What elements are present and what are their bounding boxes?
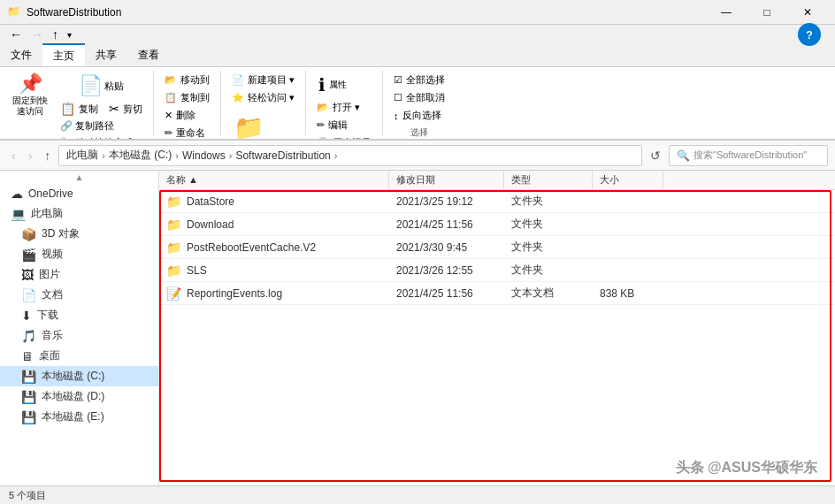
main-layout: ▲ ☁ OneDrive 💻 此电脑 📦 3D 对象 🎬 视频 🖼 图片 📄 文…	[0, 171, 835, 485]
maximize-button[interactable]: □	[747, 0, 787, 25]
col-header-name[interactable]: 名称 ▲	[159, 171, 389, 189]
invert-selection-button[interactable]: ↕ 反向选择	[390, 108, 445, 123]
sidebar-label-d: 本地磁盘 (D:)	[42, 389, 104, 404]
easy-access-button[interactable]: ⭐ 轻松访问 ▾	[228, 90, 298, 105]
help-button[interactable]: ?	[798, 23, 821, 46]
col-header-date[interactable]: 修改日期	[389, 171, 504, 189]
qat-dropdown[interactable]: ▾	[65, 29, 74, 41]
edit-button[interactable]: ✏ 编辑	[313, 118, 351, 133]
refresh-button[interactable]: ↺	[646, 146, 665, 165]
sidebar-item-e[interactable]: 💾 本地磁盘 (E:)	[0, 407, 158, 427]
sidebar-item-downloads[interactable]: ⬇ 下载	[0, 305, 158, 325]
sidebar-item-pictures[interactable]: 🖼 图片	[0, 264, 158, 285]
paste-icon: 📄	[79, 74, 103, 97]
table-row[interactable]: 📁 DataStore 2021/3/25 19:12 文件夹	[159, 190, 835, 213]
sidebar-item-onedrive[interactable]: ☁ OneDrive	[0, 184, 158, 203]
move-to-icon: 📂	[165, 74, 177, 86]
title-bar: 📁 SoftwareDistribution — □ ✕	[0, 0, 835, 25]
search-icon: 🔍	[677, 149, 690, 162]
sidebar-item-3d[interactable]: 📦 3D 对象	[0, 224, 158, 244]
sidebar-label-3d: 3D 对象	[42, 226, 80, 241]
file-date-datastore: 2021/3/25 19:12	[389, 195, 504, 208]
rename-button[interactable]: ✏ 重命名	[161, 126, 209, 140]
close-button[interactable]: ✕	[787, 0, 828, 25]
sidebar-label-desktop: 桌面	[39, 348, 60, 363]
qat-back[interactable]: ←	[7, 27, 25, 42]
breadcrumb-windows: Windows	[182, 149, 226, 162]
qat-up[interactable]: ↑	[50, 27, 61, 42]
ribbon: 文件 主页 共享 查看 📌 固定到快速访问 📄 粘贴	[0, 44, 835, 141]
file-label-sls: SLS	[187, 264, 207, 277]
tab-file[interactable]: 文件	[0, 44, 42, 66]
rename-label: 重命名	[176, 126, 205, 140]
copy-to-icon: 📋	[165, 92, 177, 103]
sidebar-item-documents[interactable]: 📄 文档	[0, 285, 158, 305]
sidebar-item-music[interactable]: 🎵 音乐	[0, 325, 158, 346]
sidebar-item-c[interactable]: 💾 本地磁盘 (C:)	[0, 366, 158, 386]
open-buttons: ℹ 属性 📂 打开 ▾ ✏ 编辑 🕐 历史记录	[313, 73, 375, 140]
pin-to-quick-access-button[interactable]: 📌 固定到快速访问	[7, 73, 53, 118]
sidebar-label-e: 本地磁盘 (E:)	[42, 409, 104, 424]
sidebar-item-d[interactable]: 💾 本地磁盘 (D:)	[0, 386, 158, 407]
breadcrumb-sep4: ›	[334, 150, 338, 161]
qat-forward[interactable]: →	[28, 27, 46, 42]
title-bar-controls: — □ ✕	[706, 0, 828, 25]
delete-icon: ✕	[165, 110, 172, 121]
history-label: 历史记录	[333, 136, 372, 140]
copy-to-button[interactable]: 📋 复制到	[161, 90, 213, 105]
new-folder-button[interactable]: 📁 新建文件夹	[228, 111, 270, 140]
file-list-area: 名称 ▲ 修改日期 类型 大小 📁 DataStore 2021/3/25 19…	[159, 171, 835, 485]
folder-icon: 📁	[166, 241, 181, 255]
cut-button[interactable]: ✂ 剪切	[105, 101, 146, 117]
col-header-size[interactable]: 大小	[593, 171, 663, 189]
properties-label: 属性	[329, 79, 347, 91]
move-to-button[interactable]: 📂 移动到	[161, 73, 213, 88]
edit-icon: ✏	[317, 119, 325, 131]
back-button[interactable]: ‹	[7, 146, 20, 165]
paste-button[interactable]: 📄 粘贴	[57, 73, 146, 99]
file-list-header: 名称 ▲ 修改日期 类型 大小	[159, 171, 835, 190]
col-header-type[interactable]: 类型	[504, 171, 593, 189]
paste-group: 📄 粘贴	[57, 73, 146, 99]
paste-shortcut-button[interactable]: 📎 粘贴快捷方式	[57, 135, 146, 140]
breadcrumb-softdist: SoftwareDistribution	[235, 149, 330, 162]
breadcrumb[interactable]: 此电脑 › 本地磁盘 (C:) › Windows › SoftwareDist…	[58, 145, 642, 166]
file-date-postreboot: 2021/3/30 9:45	[389, 241, 504, 254]
select-none-button[interactable]: ☐ 全部取消	[390, 90, 448, 105]
search-placeholder: 搜索"SoftwareDistribution"	[693, 149, 807, 162]
delete-button[interactable]: ✕ 删除	[161, 108, 199, 123]
copy-path-button[interactable]: 🔗 复制路径	[57, 118, 146, 134]
new-item-button[interactable]: 📄 新建项目 ▾	[228, 73, 298, 88]
search-box[interactable]: 🔍 搜索"SoftwareDistribution"	[669, 145, 828, 166]
desktop-icon: 🖥	[21, 349, 34, 363]
tab-view[interactable]: 查看	[127, 44, 170, 66]
forward-button[interactable]: ›	[24, 146, 37, 165]
history-button[interactable]: 🕐 历史记录	[313, 135, 375, 140]
tab-share[interactable]: 共享	[85, 44, 127, 66]
table-row[interactable]: 📁 Download 2021/4/25 11:56 文件夹	[159, 213, 835, 236]
up-button[interactable]: ↑	[40, 146, 55, 165]
invert-label: 反向选择	[402, 109, 441, 122]
sidebar-item-video[interactable]: 🎬 视频	[0, 244, 158, 264]
pin-icon: 📌	[19, 74, 42, 94]
breadcrumb-sep1: ›	[102, 150, 105, 161]
ribbon-content: 📌 固定到快速访问 📄 粘贴 📋 复制	[0, 67, 835, 140]
file-name-reporting: 📝 ReportingEvents.log	[159, 286, 389, 301]
sidebar-item-thispc[interactable]: 💻 此电脑	[0, 203, 158, 224]
tab-home[interactable]: 主页	[42, 43, 85, 66]
table-row[interactable]: 📁 SLS 2021/3/26 12:55 文件夹	[159, 259, 835, 282]
file-type-postreboot: 文件夹	[504, 240, 593, 255]
properties-button[interactable]: ℹ 属性	[313, 73, 352, 97]
breadcrumb-sep2: ›	[175, 150, 179, 161]
open-button[interactable]: 📂 打开 ▾	[313, 100, 364, 115]
ribbon-group-clipboard: 📌 固定到快速访问 📄 粘贴 📋 复制	[0, 71, 154, 135]
easy-access-label: 轻松访问 ▾	[248, 91, 295, 104]
quick-access-toolbar: ← → ↑ ▾ ?	[0, 25, 835, 44]
sidebar-item-desktop[interactable]: 🖥 桌面	[0, 346, 158, 366]
table-row[interactable]: 📁 PostRebootEventCache.V2 2021/3/30 9:45…	[159, 236, 835, 259]
minimize-button[interactable]: —	[706, 0, 747, 25]
copy-button[interactable]: 📋 复制	[57, 101, 102, 117]
select-all-button[interactable]: ☑ 全部选择	[390, 73, 448, 88]
table-row[interactable]: 📝 ReportingEvents.log 2021/4/25 11:56 文本…	[159, 282, 835, 305]
file-date-reporting: 2021/4/25 11:56	[389, 287, 504, 300]
